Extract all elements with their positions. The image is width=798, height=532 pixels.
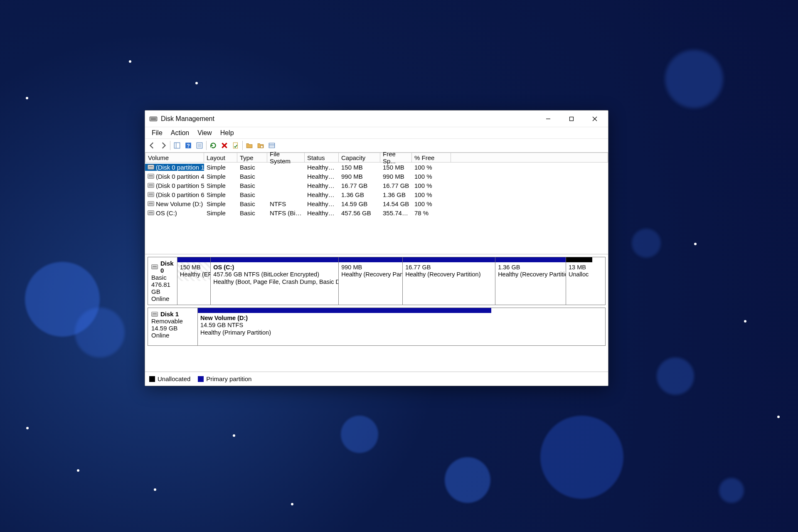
table-row[interactable]: (Disk 0 partition 4)SimpleBasicHealthy (… [145, 172, 608, 181]
partition[interactable]: 150 MBHealthy (EFI Syst [177, 257, 211, 305]
legend-primary-label: Primary partition [206, 375, 251, 382]
col-free[interactable]: Free Sp... [380, 153, 412, 163]
partition[interactable]: 990 MBHealthy (Recovery Partit [338, 257, 402, 305]
close-button[interactable] [583, 111, 606, 127]
folder2-button[interactable] [255, 140, 266, 151]
menu-help[interactable]: Help [216, 128, 238, 138]
col-capacity[interactable]: Capacity [339, 153, 380, 163]
partition[interactable]: New Volume (D:)14.59 GB NTFSHealthy (Pri… [198, 308, 491, 345]
disk-type: Removable [151, 318, 194, 325]
disk-name: Disk 0 [160, 260, 174, 274]
disk-icon [148, 201, 154, 206]
partition-line2: Unalloc [569, 271, 590, 278]
partition-line2: Healthy (Primary Partition) [200, 329, 489, 336]
vol-layout: Simple [204, 191, 237, 198]
partition-line1: 990 MB [341, 264, 400, 271]
table-row[interactable]: (Disk 0 partition 6)SimpleBasicHealthy (… [145, 190, 608, 199]
forward-button[interactable] [158, 140, 169, 151]
disk-label[interactable]: Disk 1Removable14.59 GBOnline [148, 308, 198, 345]
legend-unallocated: Unallocated [149, 375, 190, 382]
disk-icon [148, 174, 154, 179]
vol-capacity: 14.59 GB [339, 200, 380, 207]
svg-rect-17 [269, 143, 275, 148]
show-hide-tree-button[interactable] [172, 140, 182, 151]
vol-type: Basic [237, 164, 267, 171]
col-status[interactable]: Status [305, 153, 339, 163]
column-headers: Volume Layout Type File System Status Ca… [145, 153, 608, 163]
vol-layout: Simple [204, 200, 237, 207]
vol-status: Healthy (B... [305, 209, 339, 217]
vol-name: (Disk 0 partition 1) [156, 164, 204, 171]
partition[interactable]: 13 MBUnalloc [566, 257, 592, 305]
disk-state: Online [151, 332, 194, 339]
vol-status: Healthy (R... [305, 191, 339, 198]
back-button[interactable] [147, 140, 158, 151]
rescan-button[interactable] [208, 140, 219, 151]
table-row[interactable]: OS (C:)SimpleBasicNTFS (BitLo...Healthy … [145, 208, 608, 217]
col-volume[interactable]: Volume [145, 153, 204, 163]
partition-line2: Healthy (Recovery Partitio [498, 271, 563, 278]
disk-type: Basic [151, 274, 174, 281]
properties-button[interactable] [230, 140, 241, 151]
vol-name: New Volume (D:) [156, 200, 203, 207]
partition[interactable]: 16.77 GBHealthy (Recovery Partition) [402, 257, 495, 305]
maximize-button[interactable] [560, 111, 583, 127]
partition-line1: 14.59 GB NTFS [200, 322, 489, 329]
vol-type: Basic [237, 209, 267, 217]
partition-line1: 457.56 GB NTFS (BitLocker Encrypted) [213, 271, 336, 278]
vol-type: Basic [237, 200, 267, 207]
legend-unallocated-label: Unallocated [158, 375, 190, 382]
partition[interactable]: 1.36 GBHealthy (Recovery Partitio [495, 257, 566, 305]
toolbar: ? [145, 139, 608, 153]
refresh-button[interactable] [194, 140, 205, 151]
col-spacer [451, 153, 608, 163]
col-type[interactable]: Type [237, 153, 267, 163]
table-row[interactable]: (Disk 0 partition 1)SimpleBasicHealthy (… [145, 163, 608, 172]
partition-title: OS (C:) [213, 264, 336, 271]
partition-line1: 150 MB [180, 264, 208, 271]
partition-line2: Healthy (Recovery Partition) [405, 271, 493, 278]
disk-size: 476.81 GB [151, 281, 174, 295]
settings-button[interactable] [266, 140, 277, 151]
disk-row: Disk 0Basic476.81 GBOnline150 MBHealthy … [148, 257, 606, 305]
vol-pct: 100 % [412, 182, 451, 189]
delete-button[interactable] [219, 140, 230, 151]
col-layout[interactable]: Layout [204, 153, 237, 163]
partition[interactable]: OS (C:)457.56 GB NTFS (BitLocker Encrypt… [210, 257, 338, 305]
svg-rect-7 [174, 143, 180, 148]
vol-capacity: 150 MB [339, 164, 380, 171]
vol-free: 14.54 GB [380, 200, 412, 207]
legend: Unallocated Primary partition [145, 372, 608, 386]
vol-pct: 78 % [412, 209, 451, 217]
disk-name: Disk 1 [160, 310, 179, 318]
vol-type: Basic [237, 173, 267, 180]
disk-size: 14.59 GB [151, 325, 194, 332]
graphic-pane: Disk 0Basic476.81 GBOnline150 MBHealthy … [145, 254, 608, 372]
partition-line2: Healthy (Boot, Page File, Crash Dump, Ba… [213, 278, 336, 286]
disk-row: Disk 1Removable14.59 GBOnlineNew Volume … [148, 308, 606, 346]
app-icon [149, 115, 158, 123]
partition-title: New Volume (D:) [200, 315, 489, 322]
vol-pct: 100 % [412, 200, 451, 207]
table-row[interactable]: (Disk 0 partition 5)SimpleBasicHealthy (… [145, 181, 608, 190]
svg-rect-16 [261, 145, 263, 148]
titlebar[interactable]: Disk Management [145, 111, 608, 127]
disk-label[interactable]: Disk 0Basic476.81 GBOnline [148, 257, 177, 305]
vol-free: 1.36 GB [380, 191, 412, 198]
vol-free: 990 MB [380, 173, 412, 180]
vol-capacity: 457.56 GB [339, 209, 380, 217]
menu-action[interactable]: Action [167, 128, 193, 138]
folder-button[interactable] [244, 140, 255, 151]
vol-type: Basic [237, 191, 267, 198]
menu-file[interactable]: File [148, 128, 167, 138]
svg-text:?: ? [187, 143, 190, 149]
col-filesystem[interactable]: File System [267, 153, 305, 163]
vol-free: 150 MB [380, 164, 412, 171]
col-pctfree[interactable]: % Free [412, 153, 451, 163]
legend-primary: Primary partition [198, 375, 251, 382]
disk-icon [148, 192, 154, 197]
table-row[interactable]: New Volume (D:)SimpleBasicNTFSHealthy (P… [145, 199, 608, 208]
minimize-button[interactable] [537, 111, 560, 127]
help-button[interactable]: ? [183, 140, 194, 151]
menu-view[interactable]: View [193, 128, 216, 138]
